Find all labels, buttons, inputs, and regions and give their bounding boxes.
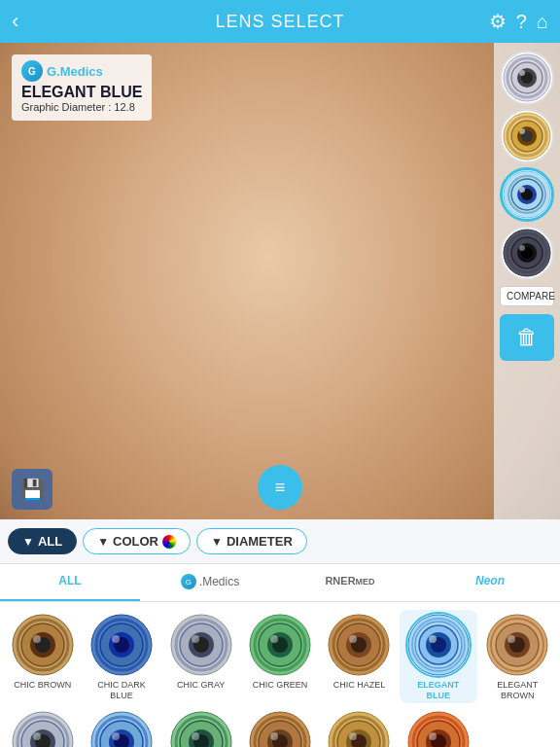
filter-all-button[interactable]: ▼ ALL [8, 528, 77, 554]
lens-img-elegant-gray [10, 709, 76, 747]
lens-img-chic-dark-blue [88, 612, 155, 678]
lens-img-elegant-blue2 [88, 709, 155, 747]
svg-point-24 [519, 245, 525, 251]
lens-item-elegant-green[interactable]: ELEGANT [162, 707, 239, 747]
lens-label-chic-hazel: CHIC HAZEL [333, 680, 386, 691]
lens-img-elegant-brown [484, 612, 550, 678]
delete-button[interactable]: 🗑 [500, 314, 554, 361]
lens-label-chic-green: CHIC GREEN [253, 680, 308, 691]
lens-name: ELEGANT BLUE [21, 84, 142, 101]
tab-all[interactable]: ALL [0, 564, 140, 601]
lens-img-elegant-brown2 [247, 709, 313, 747]
lens-item-chic-dark-blue[interactable]: CHIC DARK BLUE [83, 610, 159, 703]
lens-thumb-4[interactable] [500, 226, 554, 280]
lens-detail: Graphic Diameter : 12.8 [21, 101, 142, 113]
lens-label-chic-gray: CHIC GRAY [177, 680, 225, 691]
svg-point-79 [112, 732, 120, 740]
lens-item-elegant-blue2[interactable]: ELEGANT [83, 707, 159, 747]
svg-point-67 [508, 635, 515, 643]
lens-item-elegant-hazel[interactable]: ELEGANT [321, 707, 398, 747]
lens-grid: CHIC BROWN CHIC DARK BLUE [0, 602, 560, 747]
lens-item-elegant-brown2[interactable]: ELEGANT [241, 707, 318, 747]
lens-item-exotic[interactable]: EXOTIC [400, 707, 476, 747]
settings-icon[interactable]: ⚙ [489, 10, 507, 33]
lens-img-elegant-green [168, 709, 234, 747]
svg-point-18 [519, 187, 525, 193]
svg-point-91 [270, 732, 278, 740]
tab-rnermed[interactable]: RNERMED [280, 564, 420, 601]
lens-img-elegant-hazel [326, 709, 392, 747]
filter-icon: ▼ [22, 535, 34, 549]
filter-color-button[interactable]: ▼ COLOR [83, 528, 191, 554]
lens-item-chic-green[interactable]: CHIC GREEN [241, 610, 318, 703]
lens-img-exotic [405, 709, 472, 747]
brand-logo: G G.Medics [21, 60, 142, 82]
filter-icon: ▼ [97, 535, 109, 549]
menu-icon: ≡ [275, 478, 286, 498]
svg-point-97 [349, 732, 357, 740]
svg-point-30 [33, 635, 41, 643]
lens-thumb-2[interactable] [500, 109, 554, 163]
header-actions: ⚙ ? ⌂ [489, 10, 548, 33]
filter-icon: ▼ [211, 535, 223, 549]
lens-label-elegant-brown: ELEGANT BROWN [484, 680, 550, 701]
save-icon: 💾 [20, 478, 45, 501]
gmedics-logo-icon: G [181, 574, 196, 589]
filter-diameter-button[interactable]: ▼ DIAMETER [196, 528, 307, 554]
header: ‹ LENS SELECT ⚙ ? ⌂ [0, 0, 560, 43]
color-dot [162, 535, 176, 549]
lens-item-elegant-brown[interactable]: ELEGANT BROWN [479, 610, 556, 703]
svg-point-73 [33, 732, 41, 740]
lens-img-chic-brown [10, 612, 76, 678]
brand-overlay: G G.Medics ELEGANT BLUE Graphic Diameter… [12, 54, 152, 121]
svg-point-11 [519, 128, 525, 134]
lens-thumb-1[interactable] [500, 51, 554, 105]
brand-name: G.Medics [47, 64, 103, 79]
lens-thumb-3[interactable] [500, 167, 554, 222]
lens-img-chic-green [247, 612, 313, 678]
lens-item-chic-brown[interactable]: CHIC BROWN [4, 610, 81, 703]
trash-icon: 🗑 [516, 325, 538, 350]
menu-button[interactable]: ≡ [258, 465, 302, 510]
filter-bar: ▼ ALL ▼ COLOR ▼ DIAMETER [0, 519, 560, 564]
side-panel: COMPARE 🗑 [494, 43, 560, 519]
help-icon[interactable]: ? [516, 11, 527, 33]
back-button[interactable]: ‹ [12, 9, 18, 34]
brand-logo-icon: G [21, 60, 43, 82]
lens-img-elegant-blue [405, 612, 472, 678]
compare-button[interactable]: COMPARE [500, 286, 554, 306]
svg-point-54 [349, 635, 357, 643]
svg-point-48 [270, 635, 278, 643]
svg-point-103 [429, 732, 437, 740]
lens-img-chic-hazel [326, 612, 392, 678]
lens-item-elegant-gray[interactable]: ELEGANT [4, 707, 81, 747]
lens-label-chic-brown: CHIC BROWN [14, 680, 71, 691]
svg-point-36 [112, 635, 120, 643]
lens-item-chic-gray[interactable]: CHIC GRAY [162, 610, 239, 703]
brand-tabs: ALL G .Medics RNERMED Neon [0, 564, 560, 602]
svg-point-5 [519, 70, 525, 76]
svg-point-85 [192, 732, 199, 740]
lens-img-chic-gray [168, 612, 234, 678]
svg-point-42 [192, 635, 199, 643]
tab-neon[interactable]: Neon [420, 564, 560, 601]
lens-label-chic-dark-blue: CHIC DARK BLUE [88, 680, 155, 701]
svg-point-61 [429, 635, 437, 643]
lens-item-elegant-blue[interactable]: ELEGANT BLUE [400, 610, 476, 703]
save-button[interactable]: 💾 [12, 469, 52, 510]
home-icon[interactable]: ⌂ [537, 11, 548, 33]
page-title: LENS SELECT [215, 12, 344, 32]
main-image-area: G G.Medics ELEGANT BLUE Graphic Diameter… [0, 43, 560, 519]
lens-label-elegant-blue: ELEGANT BLUE [405, 680, 472, 701]
tab-gmedics[interactable]: G .Medics [140, 564, 280, 601]
lens-item-chic-hazel[interactable]: CHIC HAZEL [321, 610, 398, 703]
